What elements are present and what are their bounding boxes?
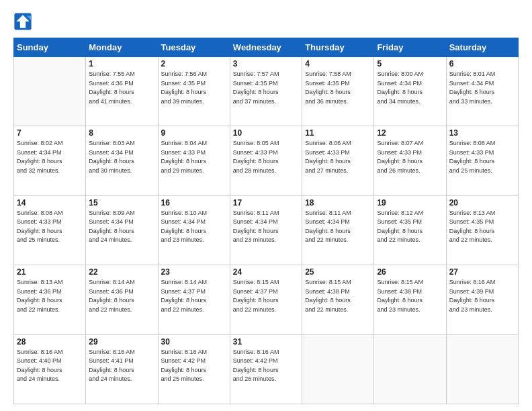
calendar-cell: 5Sunrise: 8:00 AMSunset: 4:34 PMDaylight… xyxy=(374,57,446,126)
calendar-cell xyxy=(14,57,86,126)
calendar-cell: 27Sunrise: 8:16 AMSunset: 4:39 PMDayligh… xyxy=(446,265,518,334)
day-info: Sunrise: 8:16 AMSunset: 4:42 PMDaylight:… xyxy=(233,348,299,384)
day-number: 12 xyxy=(377,128,443,138)
day-info: Sunrise: 8:11 AMSunset: 4:34 PMDaylight:… xyxy=(233,209,299,245)
calendar-cell xyxy=(446,334,518,404)
day-number: 31 xyxy=(233,337,299,347)
day-number: 6 xyxy=(449,59,515,68)
calendar-cell: 10Sunrise: 8:05 AMSunset: 4:33 PMDayligh… xyxy=(230,126,302,195)
day-number: 30 xyxy=(161,337,227,347)
calendar-cell: 3Sunrise: 7:57 AMSunset: 4:35 PMDaylight… xyxy=(230,57,302,126)
day-number: 19 xyxy=(377,198,443,208)
calendar-week-row: 1Sunrise: 7:55 AMSunset: 4:36 PMDaylight… xyxy=(14,57,519,126)
day-number: 4 xyxy=(305,59,371,68)
calendar-cell: 22Sunrise: 8:14 AMSunset: 4:36 PMDayligh… xyxy=(86,265,158,334)
calendar-cell: 16Sunrise: 8:10 AMSunset: 4:34 PMDayligh… xyxy=(158,195,230,265)
weekday-header: Saturday xyxy=(446,38,518,57)
day-number: 8 xyxy=(89,128,154,138)
day-info: Sunrise: 8:00 AMSunset: 4:34 PMDaylight:… xyxy=(377,70,443,106)
day-number: 3 xyxy=(233,59,299,68)
day-info: Sunrise: 8:08 AMSunset: 4:33 PMDaylight:… xyxy=(17,209,83,245)
day-number: 28 xyxy=(17,337,83,347)
weekday-header: Friday xyxy=(374,38,446,57)
day-info: Sunrise: 7:56 AMSunset: 4:35 PMDaylight:… xyxy=(161,70,227,106)
day-info: Sunrise: 8:12 AMSunset: 4:35 PMDaylight:… xyxy=(377,209,443,245)
weekday-header: Wednesday xyxy=(230,38,302,57)
day-number: 7 xyxy=(17,128,83,138)
day-info: Sunrise: 8:04 AMSunset: 4:33 PMDaylight:… xyxy=(161,139,227,175)
calendar-cell: 13Sunrise: 8:08 AMSunset: 4:33 PMDayligh… xyxy=(446,126,518,195)
calendar-cell: 25Sunrise: 8:15 AMSunset: 4:38 PMDayligh… xyxy=(302,265,374,334)
day-info: Sunrise: 8:10 AMSunset: 4:34 PMDaylight:… xyxy=(161,209,227,245)
calendar-cell: 17Sunrise: 8:11 AMSunset: 4:34 PMDayligh… xyxy=(230,195,302,265)
calendar-cell: 20Sunrise: 8:13 AMSunset: 4:35 PMDayligh… xyxy=(446,195,518,265)
calendar-cell: 1Sunrise: 7:55 AMSunset: 4:36 PMDaylight… xyxy=(86,57,158,126)
calendar-cell: 23Sunrise: 8:14 AMSunset: 4:37 PMDayligh… xyxy=(158,265,230,334)
day-number: 11 xyxy=(305,128,371,138)
day-number: 5 xyxy=(377,59,443,68)
calendar-cell: 7Sunrise: 8:02 AMSunset: 4:34 PMDaylight… xyxy=(14,126,86,195)
calendar-cell: 28Sunrise: 8:16 AMSunset: 4:40 PMDayligh… xyxy=(14,334,86,404)
calendar-cell: 29Sunrise: 8:16 AMSunset: 4:41 PMDayligh… xyxy=(86,334,158,404)
header xyxy=(13,12,519,31)
day-number: 15 xyxy=(89,198,154,208)
calendar-cell: 4Sunrise: 7:58 AMSunset: 4:35 PMDaylight… xyxy=(302,57,374,126)
day-info: Sunrise: 8:13 AMSunset: 4:36 PMDaylight:… xyxy=(17,278,83,314)
calendar-cell: 8Sunrise: 8:03 AMSunset: 4:34 PMDaylight… xyxy=(86,126,158,195)
day-info: Sunrise: 8:15 AMSunset: 4:38 PMDaylight:… xyxy=(305,278,371,314)
day-number: 21 xyxy=(17,267,83,277)
day-number: 24 xyxy=(233,267,299,277)
day-info: Sunrise: 8:08 AMSunset: 4:33 PMDaylight:… xyxy=(449,139,515,175)
day-info: Sunrise: 8:16 AMSunset: 4:39 PMDaylight:… xyxy=(449,278,515,314)
day-info: Sunrise: 8:15 AMSunset: 4:37 PMDaylight:… xyxy=(233,278,299,314)
day-number: 16 xyxy=(161,198,227,208)
day-info: Sunrise: 8:14 AMSunset: 4:36 PMDaylight:… xyxy=(89,278,154,314)
logo xyxy=(13,12,35,31)
day-number: 2 xyxy=(161,59,227,68)
calendar-cell xyxy=(302,334,374,404)
calendar-cell xyxy=(374,334,446,404)
calendar-cell: 19Sunrise: 8:12 AMSunset: 4:35 PMDayligh… xyxy=(374,195,446,265)
day-number: 9 xyxy=(161,128,227,138)
day-number: 22 xyxy=(89,267,154,277)
weekday-header-row: SundayMondayTuesdayWednesdayThursdayFrid… xyxy=(14,38,519,57)
weekday-header: Tuesday xyxy=(158,38,230,57)
weekday-header: Thursday xyxy=(302,38,374,57)
day-info: Sunrise: 8:16 AMSunset: 4:40 PMDaylight:… xyxy=(17,348,83,384)
day-info: Sunrise: 8:14 AMSunset: 4:37 PMDaylight:… xyxy=(161,278,227,314)
weekday-header: Monday xyxy=(86,38,158,57)
calendar-cell: 26Sunrise: 8:15 AMSunset: 4:38 PMDayligh… xyxy=(374,265,446,334)
day-info: Sunrise: 8:06 AMSunset: 4:33 PMDaylight:… xyxy=(305,139,371,175)
day-number: 26 xyxy=(377,267,443,277)
day-number: 29 xyxy=(89,337,154,347)
calendar-cell: 11Sunrise: 8:06 AMSunset: 4:33 PMDayligh… xyxy=(302,126,374,195)
day-number: 27 xyxy=(449,267,515,277)
day-info: Sunrise: 7:55 AMSunset: 4:36 PMDaylight:… xyxy=(89,70,154,106)
calendar-week-row: 14Sunrise: 8:08 AMSunset: 4:33 PMDayligh… xyxy=(14,195,519,265)
day-info: Sunrise: 8:09 AMSunset: 4:34 PMDaylight:… xyxy=(89,209,154,245)
day-number: 18 xyxy=(305,198,371,208)
calendar-cell: 15Sunrise: 8:09 AMSunset: 4:34 PMDayligh… xyxy=(86,195,158,265)
day-number: 17 xyxy=(233,198,299,208)
calendar-table: SundayMondayTuesdayWednesdayThursdayFrid… xyxy=(13,38,519,404)
calendar-cell: 14Sunrise: 8:08 AMSunset: 4:33 PMDayligh… xyxy=(14,195,86,265)
day-number: 10 xyxy=(233,128,299,138)
day-info: Sunrise: 8:13 AMSunset: 4:35 PMDaylight:… xyxy=(449,209,515,245)
day-info: Sunrise: 8:05 AMSunset: 4:33 PMDaylight:… xyxy=(233,139,299,175)
day-number: 14 xyxy=(17,198,83,208)
calendar-cell: 12Sunrise: 8:07 AMSunset: 4:33 PMDayligh… xyxy=(374,126,446,195)
logo-icon xyxy=(13,12,32,31)
day-info: Sunrise: 7:57 AMSunset: 4:35 PMDaylight:… xyxy=(233,70,299,106)
day-info: Sunrise: 8:07 AMSunset: 4:33 PMDaylight:… xyxy=(377,139,443,175)
calendar-cell: 9Sunrise: 8:04 AMSunset: 4:33 PMDaylight… xyxy=(158,126,230,195)
day-info: Sunrise: 8:03 AMSunset: 4:34 PMDaylight:… xyxy=(89,139,154,175)
calendar-cell: 31Sunrise: 8:16 AMSunset: 4:42 PMDayligh… xyxy=(230,334,302,404)
calendar-week-row: 7Sunrise: 8:02 AMSunset: 4:34 PMDaylight… xyxy=(14,126,519,195)
day-number: 25 xyxy=(305,267,371,277)
calendar-cell: 18Sunrise: 8:11 AMSunset: 4:34 PMDayligh… xyxy=(302,195,374,265)
day-number: 13 xyxy=(449,128,515,138)
day-info: Sunrise: 8:16 AMSunset: 4:41 PMDaylight:… xyxy=(89,348,154,384)
calendar-cell: 24Sunrise: 8:15 AMSunset: 4:37 PMDayligh… xyxy=(230,265,302,334)
day-info: Sunrise: 7:58 AMSunset: 4:35 PMDaylight:… xyxy=(305,70,371,106)
calendar-cell: 21Sunrise: 8:13 AMSunset: 4:36 PMDayligh… xyxy=(14,265,86,334)
